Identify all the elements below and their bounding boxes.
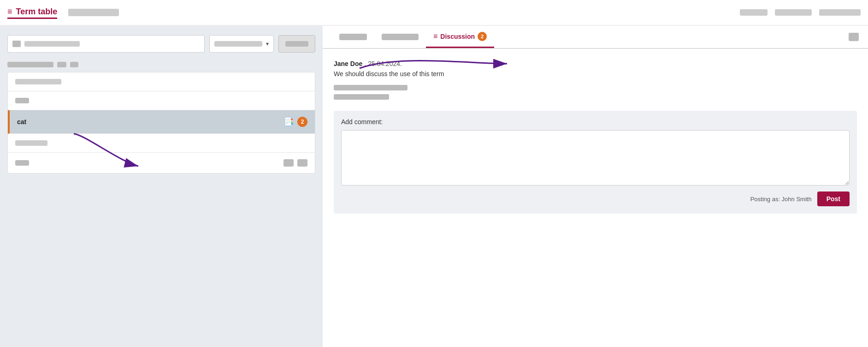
search-icon [12, 41, 21, 47]
tab-right-action-icon[interactable] [849, 33, 859, 41]
term-row[interactable] [8, 134, 315, 153]
filter-select[interactable]: ▾ [209, 35, 274, 53]
header-right-item-3 [819, 9, 861, 16]
term-text-placeholder [15, 98, 29, 103]
filter-button[interactable] [278, 35, 315, 53]
comment-entry: Jane Doe , 25.04.2024. We should discuss… [334, 60, 857, 78]
pagination-page[interactable] [57, 62, 66, 67]
app-header: ≡ Term table [0, 0, 868, 26]
tab-item-1[interactable] [332, 26, 374, 48]
tab-bar: ≡ Discussion 2 [323, 26, 868, 49]
term-text-placeholder [15, 160, 29, 166]
reply-placeholders [334, 85, 857, 100]
term-row[interactable] [8, 72, 315, 91]
filter-bar: ▾ [7, 35, 315, 53]
search-input-wrapper[interactable] [7, 35, 205, 53]
discussion-tab-label: Discussion [440, 33, 475, 40]
term-row-icons: 📑 2 [283, 117, 307, 127]
filter-select-text [214, 41, 262, 47]
term-text-placeholder [15, 140, 47, 146]
discussion-badge: 2 [297, 117, 307, 127]
comment-text: We should discuss the use of this term [334, 70, 857, 78]
right-panel: ≡ Discussion 2 Jane Doe , 25.04.2024. We… [323, 26, 868, 347]
tab-placeholder-2 [382, 34, 419, 40]
bottom-icon-2[interactable] [297, 159, 307, 167]
bottom-icons [283, 159, 307, 167]
term-row-cat[interactable]: cat 📑 2 [8, 110, 315, 134]
discussion-icon: 📑 [283, 117, 294, 127]
term-label: cat [17, 118, 26, 126]
header-right-item-1 [740, 9, 768, 16]
header-right-area [740, 9, 861, 16]
page-title: Term table [16, 7, 58, 17]
reply-placeholder-1 [334, 85, 407, 90]
chevron-down-icon: ▾ [266, 41, 269, 47]
main-layout: ▾ [0, 26, 868, 347]
search-placeholder [24, 41, 80, 47]
left-panel: ▾ [0, 26, 323, 347]
term-text-placeholder [15, 79, 61, 84]
reply-placeholder-2 [334, 94, 389, 100]
term-row[interactable] [8, 91, 315, 110]
term-row[interactable] [8, 153, 315, 173]
post-bar: Posting as: John Smith Post [341, 191, 850, 206]
discussion-tab-icon: ≡ [433, 32, 437, 41]
comment-header: Jane Doe , 25.04.2024. [334, 60, 857, 67]
term-table-icon: ≡ [7, 7, 12, 17]
pagination-bar [7, 62, 315, 67]
filter-button-text [285, 41, 308, 47]
comment-date: , 25.04.2024. [364, 60, 402, 67]
right-content: Jane Doe , 25.04.2024. We should discuss… [323, 49, 868, 225]
post-button[interactable]: Post [817, 191, 850, 206]
tab-discussion[interactable]: ≡ Discussion 2 [426, 26, 494, 48]
posting-as-label: Posting as: John Smith [750, 196, 812, 203]
pagination-label [7, 62, 53, 67]
add-comment-label: Add comment: [341, 118, 850, 126]
add-comment-section: Add comment: Posting as: John Smith Post [334, 111, 857, 214]
header-right-item-2 [775, 9, 812, 16]
header-subtitle-placeholder [68, 9, 119, 16]
comment-textarea[interactable] [341, 130, 850, 185]
tab-placeholder-1 [339, 34, 367, 40]
bottom-icon-1[interactable] [283, 159, 294, 167]
comment-author: Jane Doe [334, 60, 362, 67]
title-area: ≡ Term table [7, 7, 57, 19]
tab-item-2[interactable] [374, 26, 426, 48]
term-list: cat 📑 2 [7, 72, 315, 174]
pagination-next[interactable] [70, 62, 78, 67]
discussion-tab-badge: 2 [478, 32, 487, 41]
